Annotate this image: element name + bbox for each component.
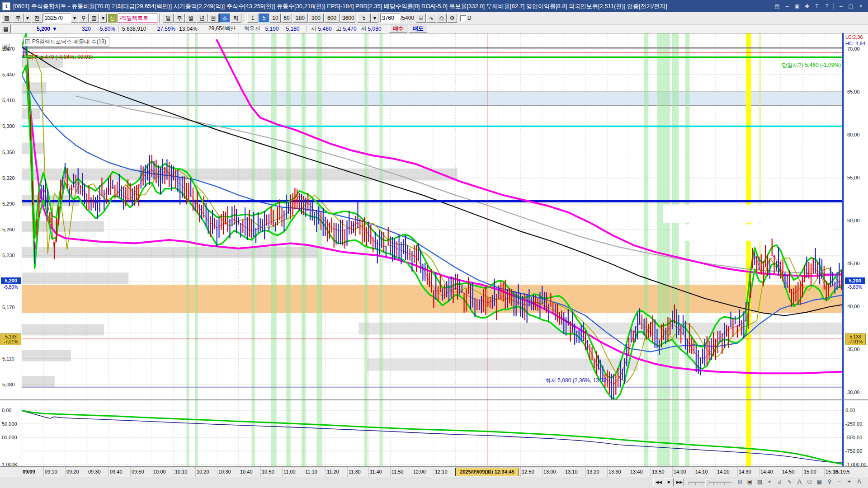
time-label: 09:50 — [132, 469, 144, 474]
stop-icon[interactable]: ■ — [664, 478, 674, 486]
interval-button-3600[interactable]: 3600 — [340, 14, 355, 23]
chart-window-icon[interactable]: ▤ — [1, 14, 12, 23]
time-axis[interactable]: 09/0909:1009:2009:3009:4009:5010:0010:10… — [0, 466, 868, 478]
chart-area[interactable]: ▦ PS일렉트로닉스 매물대 수(13) 최고 5,470 (-4,94%, 0… — [0, 33, 868, 466]
bars-count-input[interactable] — [380, 14, 400, 23]
interval-button-5[interactable]: 5 — [259, 14, 269, 23]
prev-stock-button[interactable]: 전 — [32, 14, 42, 23]
period-button-분[interactable]: 분 — [208, 14, 219, 23]
wave-tool-icon[interactable]: ∿ — [785, 478, 794, 486]
slider-tick — [699, 483, 699, 485]
buy-button[interactable]: 매수 — [389, 25, 407, 33]
pin-icon[interactable]: ✚ — [802, 2, 811, 10]
search-icon[interactable]: ⚲ — [79, 14, 89, 23]
period-button-초[interactable]: 초 — [219, 14, 230, 23]
close-icon[interactable]: × — [856, 2, 865, 10]
interval-button-180[interactable]: 180 — [292, 14, 308, 23]
volume-axis-label-left: 00,000 — [2, 435, 17, 440]
volume-chart-svg[interactable] — [22, 399, 844, 466]
sound-dropdown-icon[interactable]: ▾ — [99, 14, 107, 23]
time-tick — [672, 467, 673, 478]
time-tick — [368, 467, 369, 478]
time-label: 15:00 — [804, 469, 816, 474]
code-dropdown-icon[interactable]: ▾ — [71, 14, 78, 23]
best-ask: 5,190 — [265, 26, 278, 32]
period-button-주[interactable]: 주 — [174, 14, 185, 23]
price-axis-label: 5,110 — [2, 356, 14, 361]
time-label: 09/09 — [23, 469, 35, 474]
period-button-틱[interactable]: 틱 — [231, 14, 241, 23]
time-tick — [304, 467, 304, 478]
time-tick — [130, 467, 131, 478]
price-change-pct: -5.80% — [98, 26, 115, 32]
stock-code-input[interactable] — [43, 14, 71, 23]
time-label: 10:20 — [197, 469, 209, 474]
text-tool-icon[interactable]: T — [812, 2, 821, 10]
current-price-badge-right: 5,200 — [845, 277, 865, 284]
tick-count-dropdown-icon[interactable]: ▾ — [371, 14, 378, 23]
interval-button-10[interactable]: 10 — [270, 14, 281, 23]
save-icon[interactable]: ⎙ — [437, 14, 447, 23]
pane-separator[interactable] — [0, 399, 868, 400]
slider-tick — [688, 483, 689, 485]
sound-icon[interactable]: ▥ — [89, 14, 99, 23]
slider-handle[interactable] — [705, 479, 709, 486]
line-type-icon[interactable]: ∿ — [426, 14, 436, 23]
interval-button-300[interactable]: 300 — [308, 14, 324, 23]
pattern-icon[interactable]: ▨ — [755, 478, 764, 486]
sell-button[interactable]: 매도 — [409, 25, 427, 33]
time-tick — [759, 467, 760, 478]
crosshair-tool-icon[interactable]: ⌖ — [765, 478, 774, 486]
trendline-tool-icon[interactable]: ⊿ — [775, 478, 784, 486]
period-button-일[interactable]: 일 — [163, 14, 174, 23]
slider-tick — [721, 483, 721, 485]
duplicate-chart-icon[interactable]: ▣ — [745, 478, 755, 486]
price-bar-icon[interactable]: ▤ — [1, 24, 11, 33]
grid-settings-icon[interactable]: ▦ — [815, 478, 824, 486]
zoom-out-icon[interactable]: − — [835, 478, 844, 486]
rewind-icon[interactable]: ◀◀ — [653, 478, 663, 486]
interval-button-1[interactable]: 1 — [247, 14, 258, 23]
main-chart-svg[interactable] — [22, 33, 844, 399]
stock-name-field[interactable]: PS일렉트로 — [118, 14, 157, 23]
zoom-grid-icon[interactable]: ⊞ — [735, 478, 745, 486]
minimize-icon[interactable]: – — [836, 2, 845, 10]
duplicate-icon[interactable]: ▣ — [793, 2, 802, 10]
current-price-pct-left: -5,80% — [1, 285, 21, 290]
time-label: 11:20 — [327, 469, 339, 474]
legend-label: PS일렉트로닉스 매물대 수(13) — [32, 38, 106, 46]
price-axis-label: 5,410 — [2, 98, 15, 103]
interval-button-600[interactable]: 600 — [324, 14, 340, 23]
window-id-icon: 1 — [2, 2, 10, 10]
title-bar: 1 [0601] 주식종합차트 - 유통비율[70.0] 거래대금[29,654… — [0, 0, 868, 12]
popup-icon[interactable]: ▤ — [773, 2, 782, 10]
volume-value: 5,638,910 — [122, 26, 146, 32]
interval-button-60[interactable]: 60 — [281, 14, 292, 23]
collapse-icon[interactable]: – — [783, 2, 792, 10]
period-button-년[interactable]: 년 — [197, 14, 208, 23]
tick-count-select[interactable]: 5 — [357, 14, 371, 23]
stock-type-dropdown-icon[interactable]: ▾ — [24, 14, 31, 23]
d-checkbox[interactable] — [460, 15, 466, 21]
forward-icon[interactable]: ▶▶ — [674, 478, 684, 486]
interval-button-group: 1510601803006003600 — [247, 14, 356, 23]
settings-gear-icon[interactable]: ⚙ — [447, 14, 457, 23]
percent-axis-label: 45,00 — [847, 261, 860, 266]
help-icon[interactable]: ? — [822, 2, 831, 10]
volume-axis-label-left: 0,00 — [2, 408, 11, 413]
stock-type-button[interactable]: 주 — [13, 14, 24, 23]
price-axis-label: 5,320 — [2, 175, 15, 181]
chart-legend[interactable]: PS일렉트로닉스 매물대 수(13) — [24, 37, 109, 47]
slope-tool-icon[interactable]: ⋀ — [795, 478, 804, 486]
time-label: 13:00 — [543, 469, 556, 474]
candle-type-icon[interactable]: ⌹ — [416, 14, 426, 23]
period-button-월[interactable]: 월 — [185, 14, 196, 23]
restore-icon[interactable]: ▢ — [846, 2, 855, 10]
magnifier-icon[interactable]: ⚲ — [825, 478, 834, 486]
eraser-tool-icon[interactable]: ⊟ — [805, 478, 814, 486]
open-label: 시 — [311, 25, 317, 33]
font-icon[interactable]: A — [854, 478, 864, 486]
price-axis-right[interactable] — [844, 33, 868, 466]
zoom-in-icon[interactable]: + — [844, 478, 854, 486]
chart-scale-slider[interactable] — [688, 478, 731, 486]
